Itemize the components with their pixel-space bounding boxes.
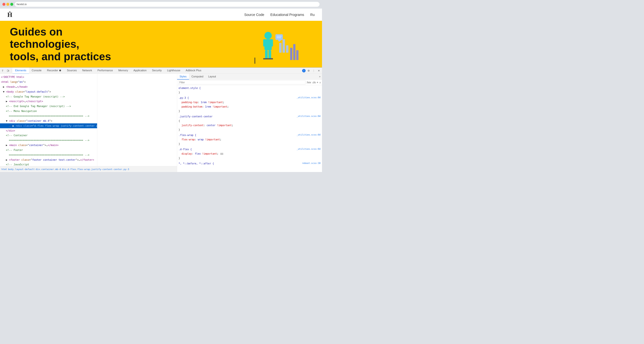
dom-body[interactable]: ▼ <body class="layout-default"> [0,90,97,94]
device-toolbar-button[interactable] [6,68,10,73]
close-button[interactable] [2,3,6,6]
source-dflex[interactable]: _utilities.scss:64 [296,147,320,151]
tab-elements[interactable]: Elements [12,68,29,74]
tab-console[interactable]: Console [29,68,44,74]
dom-comment-js: <!-- JavaScript [0,162,97,166]
dom-comment-footer2: ========================================… [0,153,97,158]
breadcrumb-body[interactable]: body.layout-default [7,168,35,170]
tab-lighthouse[interactable]: Lighthouse [164,68,183,74]
dom-doctype: <!DOCTYPE html> [0,75,97,80]
add-style-rule[interactable]: + [316,81,318,84]
dom-comment-gtm: <!-- Google Tag Manager (noscript) --> [0,94,97,99]
styles-filter-bar: :hov .cls + ↕ [177,80,322,85]
dom-div-close: </div> [0,128,97,133]
tab-memory[interactable]: Memory [116,68,131,74]
svg-rect-2 [263,39,266,46]
breadcrumb-div-flex[interactable]: div.d-flex.flex-wrap.justify-content-cen… [61,168,130,170]
address-text: hexlet.io [17,3,27,6]
svg-rect-3 [270,39,273,46]
source-justify[interactable]: _utilities.scss:64 [296,114,320,118]
dom-noscript[interactable]: ▶ <noscript>…</noscript> [0,99,97,104]
svg-rect-15 [296,50,298,60]
tab-sources[interactable]: Sources [64,68,80,74]
svg-rect-4 [265,50,268,59]
styles-tabs: Styles Computed Layout » [177,74,322,80]
site-logo: Ĥ [7,11,12,18]
toggle-sidebar[interactable]: ↕ [319,81,321,84]
tab-application[interactable]: Application [130,68,149,74]
hover-toggle[interactable]: :hov [306,81,311,84]
devtools-main: <!DOCTYPE html> <html lang="en"> ▶ <head… [0,74,322,172]
address-bar[interactable]: hexlet.io [15,2,320,7]
dom-head[interactable]: ▶ <head>…</head> [0,84,97,90]
source-flexwrap[interactable]: _utilities.scss:64 [296,133,320,137]
dom-main[interactable]: ▶ <main class="container">…</main> [0,143,97,148]
minimize-button[interactable] [6,3,9,6]
svg-rect-10 [276,34,283,40]
style-rule-universal: *, *::before, *::after { reboot.scss:18 [179,161,320,166]
dom-html: <html lang="en"> [0,80,97,84]
dom-comment-footer: <!-- Footer [0,148,97,153]
flex-display-icon [220,153,223,155]
dom-comment-menu: <!-- Menu Navigation [0,109,97,114]
breadcrumb-html[interactable]: html [2,168,7,170]
counter-badge: 1 [302,69,306,72]
maximize-button[interactable] [10,3,13,6]
dom-panel: <!DOCTYPE html> <html lang="en"> ▶ <head… [0,74,97,166]
source-reboot[interactable]: reboot.scss:18 [302,161,320,165]
svg-rect-13 [290,48,292,60]
source-code-link[interactable]: Source Code [244,13,264,17]
svg-rect-19 [7,70,8,72]
svg-rect-9 [286,45,288,53]
settings-button[interactable]: ⚙ [306,68,311,73]
svg-rect-20 [8,70,9,71]
inspect-element-button[interactable] [1,68,6,73]
hero-banner: Guides on technologies, tools, and pract… [0,21,322,68]
tab-recorder[interactable]: Recorder ⏺ [44,68,64,74]
dom-comment-container2: ========================================… [0,138,97,143]
tab-security[interactable]: Security [149,68,164,74]
hero-text: Guides on technologies, tools, and pract… [10,26,120,63]
svg-rect-5 [268,50,271,59]
tab-computed[interactable]: Computed [189,74,206,80]
tab-adblock[interactable]: Adblock Plus [183,68,204,74]
breadcrumb-div-container[interactable]: div.container.mb-4 [35,168,61,170]
site-nav: Ĥ Source Code Educational Programs Ru [0,8,322,21]
lang-link[interactable]: Ru [310,13,315,17]
site-nav-links: Source Code Educational Programs Ru [244,13,315,17]
source-py3[interactable]: _utilities.scss:64 [296,96,320,100]
tab-styles[interactable]: Styles [177,74,189,80]
dom-panel-container: <!DOCTYPE html> <html lang="en"> ▶ <head… [0,74,177,172]
browser-toolbar: hexlet.io [0,0,322,8]
svg-rect-8 [282,39,285,53]
close-devtools-button[interactable]: ✕ [316,68,321,73]
dom-div-flex[interactable]: … ▶ <div class="d-flex flex-wrap justify… [0,123,97,128]
more-options-button[interactable]: ⋮ [312,68,316,73]
devtools-tabs: Elements Console Recorder ⏺ Sources Netw… [12,68,302,74]
dom-footer[interactable]: ▶ <footer class="footer container text-c… [0,157,97,162]
browser-window: hexlet.io Ĥ Source Code Educational Prog… [0,0,322,172]
svg-rect-14 [293,44,296,60]
cls-toggle[interactable]: .cls [312,81,316,84]
svg-rect-7 [279,43,282,53]
styles-content: element.style { } .py-3 { _utilities.scs… [177,85,322,172]
logo-icon: Ĥ [7,11,12,18]
browser-content: Ĥ Source Code Educational Programs Ru Gu… [0,8,322,172]
svg-rect-6 [263,58,273,60]
hero-headline: Guides on technologies, tools, and pract… [10,26,120,63]
tab-performance[interactable]: Performance [95,68,116,74]
style-rule-py3: .py-3 { _utilities.scss:64 padding-top: … [179,96,320,113]
dom-div-container[interactable]: ▼ <div class="container mb-4"> [0,118,97,124]
styles-more-tabs[interactable]: » [318,74,322,80]
educational-programs-link[interactable]: Educational Programs [270,13,304,17]
svg-rect-17 [2,70,3,70]
dom-comment-container: <!-- Container [0,133,97,138]
styles-filter-input[interactable] [178,80,306,84]
devtools-panel: Elements Console Recorder ⏺ Sources Netw… [0,68,322,172]
tab-network[interactable]: Network [80,68,94,74]
tab-layout[interactable]: Layout [206,74,218,80]
svg-rect-16 [254,58,255,64]
styles-panel: Styles Computed Layout » :hov .cls + ↕ [177,74,322,172]
style-rule-dflex: .d-flex { _utilities.scss:64 display: fl… [179,147,320,160]
browser-dots [2,3,13,6]
